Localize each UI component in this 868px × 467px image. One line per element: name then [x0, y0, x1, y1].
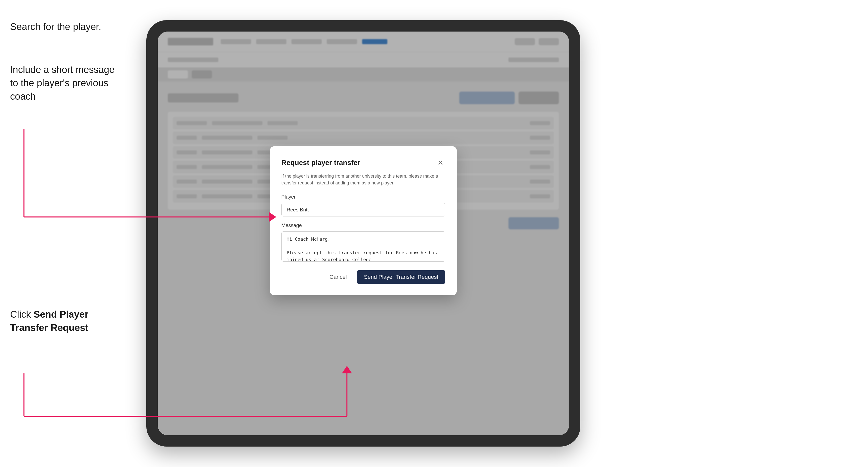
- modal-title: Request player transfer: [281, 159, 360, 167]
- message-field-label: Message: [281, 222, 445, 228]
- modal-footer: Cancel Send Player Transfer Request: [281, 270, 445, 284]
- modal-overlay: Request player transfer ✕ If the player …: [158, 32, 569, 435]
- request-transfer-modal: Request player transfer ✕ If the player …: [270, 146, 457, 295]
- send-transfer-request-button[interactable]: Send Player Transfer Request: [357, 270, 445, 284]
- tablet-screen: Request player transfer ✕ If the player …: [158, 32, 569, 435]
- annotation-click-bold: Send PlayerTransfer Request: [10, 309, 88, 333]
- modal-close-button[interactable]: ✕: [435, 158, 445, 168]
- cancel-button[interactable]: Cancel: [324, 271, 352, 283]
- annotation-click: Click Send PlayerTransfer Request: [10, 308, 141, 335]
- player-field-label: Player: [281, 194, 445, 200]
- modal-description: If the player is transferring from anoth…: [281, 173, 445, 186]
- message-textarea[interactable]: Hi Coach McHarg, Please accept this tran…: [281, 231, 445, 261]
- annotation-message: Include a short messageto the player's p…: [10, 63, 141, 103]
- player-search-input[interactable]: [281, 203, 445, 216]
- modal-header: Request player transfer ✕: [281, 158, 445, 168]
- tablet-device: Request player transfer ✕ If the player …: [146, 20, 580, 446]
- annotation-search: Search for the player.: [10, 20, 101, 34]
- tablet-outer: Request player transfer ✕ If the player …: [146, 20, 580, 446]
